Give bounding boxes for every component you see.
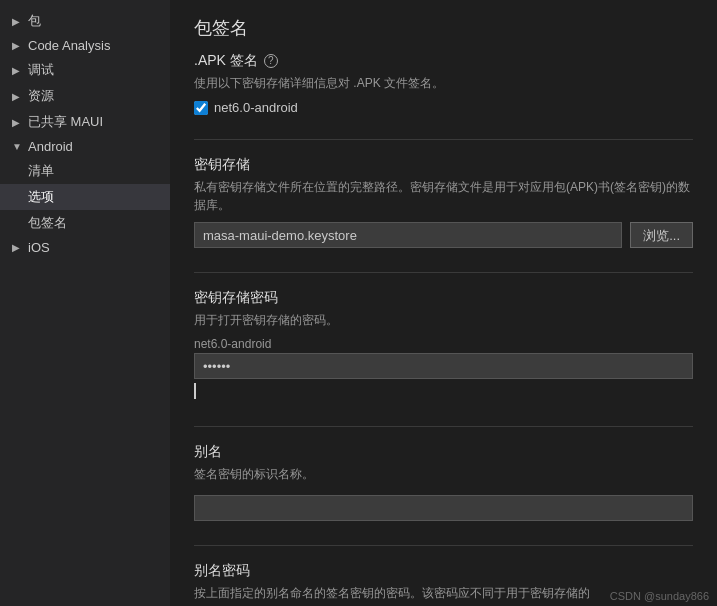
sidebar-item-label: 清单: [28, 162, 54, 180]
sidebar-item-qingdan[interactable]: 清单: [0, 158, 170, 184]
content-area: .APK 签名 ? 使用以下密钥存储详细信息对 .APK 文件签名。 net6.…: [170, 52, 717, 606]
chevron-icon: [12, 40, 26, 51]
sidebar-item-label: 调试: [28, 61, 54, 79]
section-title-text: 别名密码: [194, 562, 250, 580]
sidebar-item-ziyuan[interactable]: 资源: [0, 83, 170, 109]
section-title-alias-pwd: 别名密码: [194, 562, 693, 580]
sidebar-item-label: 资源: [28, 87, 54, 105]
keystore-input[interactable]: [194, 222, 622, 248]
section-desc-apk: 使用以下密钥存储详细信息对 .APK 文件签名。: [194, 74, 693, 92]
keystore-input-row: 浏览...: [194, 222, 693, 248]
divider-3: [194, 426, 693, 427]
sidebar-item-maui[interactable]: 已共享 MAUI: [0, 109, 170, 135]
chevron-icon: [12, 141, 26, 152]
chevron-icon: [12, 117, 26, 128]
section-title-text: .APK 签名: [194, 52, 258, 70]
main-content: 包签名 .APK 签名 ? 使用以下密钥存储详细信息对 .APK 文件签名。 n…: [170, 0, 717, 606]
section-alias: 别名 签名密钥的标识名称。: [194, 443, 693, 521]
sidebar-item-xuanxiang[interactable]: 选项: [0, 184, 170, 210]
sidebar-item-ios[interactable]: iOS: [0, 236, 170, 259]
chevron-icon: [12, 242, 26, 253]
alias-input[interactable]: [194, 495, 693, 521]
section-keystore-password: 密钥存储密码 用于打开密钥存储的密码。 net6.0-android: [194, 289, 693, 402]
apk-sign-checkbox-row: net6.0-android: [194, 100, 693, 115]
chevron-icon: [12, 65, 26, 76]
sidebar-item-tiaoshi[interactable]: 调试: [0, 57, 170, 83]
divider-4: [194, 545, 693, 546]
page-title: 包签名: [170, 0, 717, 52]
divider-2: [194, 272, 693, 273]
sidebar-item-label: iOS: [28, 240, 50, 255]
divider-1: [194, 139, 693, 140]
sidebar-item-code-analysis[interactable]: Code Analysis: [0, 34, 170, 57]
sidebar-item-bao[interactable]: 包: [0, 8, 170, 34]
section-desc-keystore: 私有密钥存储文件所在位置的完整路径。密钥存储文件是用于对应用包(APK)书(签名…: [194, 178, 693, 214]
section-title-ks-pwd: 密钥存储密码: [194, 289, 693, 307]
sidebar-item-label: Code Analysis: [28, 38, 110, 53]
footer-credit: CSDN @sunday866: [610, 590, 709, 602]
section-keystore: 密钥存储 私有密钥存储文件所在位置的完整路径。密钥存储文件是用于对应用包(APK…: [194, 156, 693, 248]
section-desc-alias: 签名密钥的标识名称。: [194, 465, 693, 483]
sidebar-item-baoqianming[interactable]: 包签名: [0, 210, 170, 236]
section-desc-ks-pwd: 用于打开密钥存储的密码。: [194, 311, 693, 329]
sidebar-item-label: Android: [28, 139, 73, 154]
section-apk-sign: .APK 签名 ? 使用以下密钥存储详细信息对 .APK 文件签名。 net6.…: [194, 52, 693, 115]
sidebar-item-label: 包: [28, 12, 41, 30]
apk-sign-checkbox[interactable]: [194, 101, 208, 115]
sidebar: 包 Code Analysis 调试 资源 已共享 MAUI Android 清…: [0, 0, 170, 606]
chevron-icon: [12, 91, 26, 102]
section-title-text: 密钥存储: [194, 156, 250, 174]
sidebar-item-label: 包签名: [28, 214, 67, 232]
section-title-text: 别名: [194, 443, 222, 461]
section-title-keystore: 密钥存储: [194, 156, 693, 174]
sidebar-item-label: 选项: [28, 188, 54, 206]
sidebar-item-android[interactable]: Android: [0, 135, 170, 158]
cursor-line: [194, 383, 196, 399]
section-title-text: 密钥存储密码: [194, 289, 278, 307]
chevron-icon: [12, 16, 26, 27]
ks-pwd-label: net6.0-android: [194, 337, 693, 351]
section-title-apk: .APK 签名 ?: [194, 52, 693, 70]
browse-button[interactable]: 浏览...: [630, 222, 693, 248]
keystore-password-input[interactable]: [194, 353, 693, 379]
section-title-alias: 别名: [194, 443, 693, 461]
apk-sign-checkbox-label: net6.0-android: [214, 100, 298, 115]
sidebar-item-label: 已共享 MAUI: [28, 113, 103, 131]
info-icon[interactable]: ?: [264, 54, 278, 68]
